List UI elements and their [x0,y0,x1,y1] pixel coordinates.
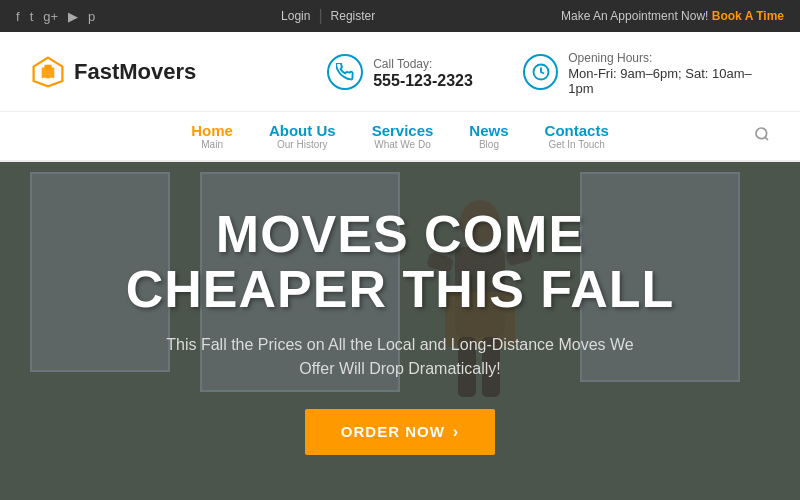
search-icon[interactable] [754,126,770,146]
order-now-label: ORDER NOW [341,423,445,440]
nav-items: Home Main About Us Our History Services … [30,122,770,150]
logo[interactable]: FastMovers [30,54,277,90]
nav-news-label: News [469,122,508,139]
opening-hours: Opening Hours: Mon-Fri: 9am–6pm; Sat: 10… [523,48,770,96]
svg-rect-2 [44,64,51,69]
main-nav: Home Main About Us Our History Services … [0,112,800,162]
phone-contact: Call Today: 555-123-2323 [277,54,524,90]
nav-services[interactable]: Services What We Do [354,122,452,150]
phone-icon [327,54,363,90]
site-header: FastMovers Call Today: 555-123-2323 Open… [0,32,800,112]
hero-title-line2: CHEAPER THIS FALL [126,260,675,318]
nav-services-label: Services [372,122,434,139]
svg-point-6 [756,128,767,139]
nav-news-sub: Blog [469,139,508,150]
auth-divider: | [318,7,322,25]
phone-value: 555-123-2323 [373,72,473,90]
hero-section: MOVES COME CHEAPER THIS FALL This Fall t… [0,162,800,500]
logo-icon [30,54,66,90]
svg-line-7 [765,137,768,140]
svg-point-3 [43,77,47,81]
hero-title-line1: MOVES COME [216,205,584,263]
nav-about-label: About Us [269,122,336,139]
nav-home-sub: Main [191,139,233,150]
nav-home-label: Home [191,122,233,139]
clock-icon [523,54,558,90]
phone-label: Call Today: [373,57,432,71]
nav-about[interactable]: About Us Our History [251,122,354,150]
register-link[interactable]: Register [331,9,376,23]
top-bar: f t g+ ▶ p Login | Register Make An Appo… [0,0,800,32]
logo-text: FastMovers [74,59,196,85]
appointment-cta: Make An Appointment Now! Book A Time [561,9,784,23]
nav-about-sub: Our History [269,139,336,150]
svg-point-4 [50,77,54,81]
order-now-button[interactable]: ORDER NOW › [305,409,495,455]
nav-contacts-label: Contacts [545,122,609,139]
login-link[interactable]: Login [281,9,310,23]
youtube-icon[interactable]: ▶ [68,9,78,24]
phone-text: Call Today: 555-123-2323 [373,54,473,90]
nav-home[interactable]: Home Main [173,122,251,150]
nav-contacts-sub: Get In Touch [545,139,609,150]
facebook-icon[interactable]: f [16,9,20,24]
hero-content: MOVES COME CHEAPER THIS FALL This Fall t… [0,162,800,500]
hours-text: Opening Hours: Mon-Fri: 9am–6pm; Sat: 10… [568,48,770,96]
nav-news[interactable]: News Blog [451,122,526,150]
social-links: f t g+ ▶ p [16,9,95,24]
nav-services-sub: What We Do [372,139,434,150]
hours-value: Mon-Fri: 9am–6pm; Sat: 10am–1pm [568,66,770,96]
cta-link[interactable]: Book A Time [712,9,784,23]
googleplus-icon[interactable]: g+ [43,9,58,24]
twitter-icon[interactable]: t [30,9,34,24]
hero-subtitle: This Fall the Prices on All the Local an… [160,333,640,381]
hours-label: Opening Hours: [568,51,652,65]
pinterest-icon[interactable]: p [88,9,95,24]
arrow-icon: › [453,423,459,441]
auth-links: Login | Register [281,7,375,25]
cta-text: Make An Appointment Now! [561,9,708,23]
hero-title: MOVES COME CHEAPER THIS FALL [126,207,675,316]
nav-contacts[interactable]: Contacts Get In Touch [527,122,627,150]
